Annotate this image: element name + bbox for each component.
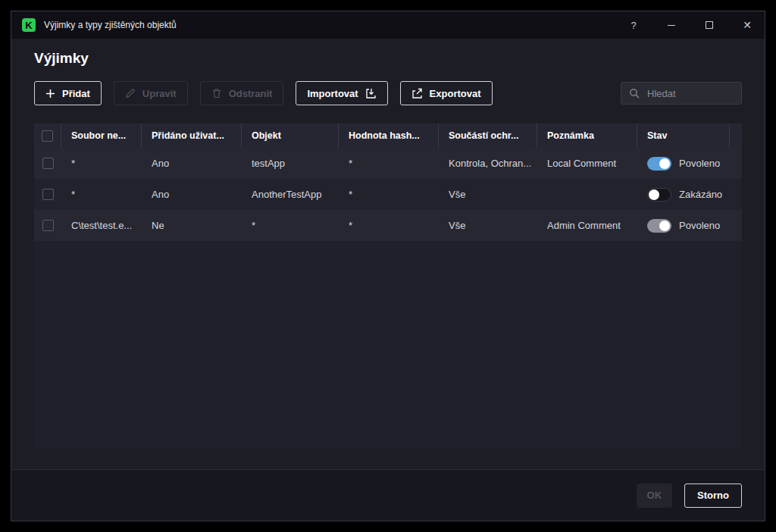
table-empty-area <box>34 241 742 449</box>
exclusions-table: Soubor ne... Přidáno uživat... Objekt Ho… <box>34 124 742 449</box>
delete-button-label: Odstranit <box>229 88 273 99</box>
cell-protection: Vše <box>439 220 537 231</box>
row-checkbox[interactable] <box>42 220 54 231</box>
dialog-footer: OK Storno <box>11 469 765 521</box>
cell-note: Admin Comment <box>537 220 637 231</box>
kaspersky-logo-icon: K <box>22 18 36 32</box>
toolbar: Přidat Upravit Odstranit Importovat Expo… <box>34 81 742 105</box>
add-button-label: Přidat <box>62 88 90 99</box>
cell-protection: Vše <box>439 189 537 200</box>
state-label: Zakázáno <box>679 189 722 200</box>
cell-state: Povoleno <box>637 157 730 171</box>
col-header-file[interactable]: Soubor ne... <box>61 124 142 148</box>
import-button[interactable]: Importovat <box>296 81 387 105</box>
state-toggle[interactable] <box>647 157 671 171</box>
cell-object: * <box>242 220 339 231</box>
cell-added-by-user: Ne <box>142 220 242 231</box>
col-header-object[interactable]: Objekt <box>242 124 339 148</box>
pencil-icon <box>125 88 136 99</box>
table-row[interactable]: C\test\test.e... Ne * * Vše Admin Commen… <box>34 210 742 241</box>
col-header-added-by-user[interactable]: Přidáno uživat... <box>142 124 242 148</box>
cell-object: AnotherTestApp <box>242 189 339 200</box>
cell-object: testApp <box>242 158 339 169</box>
cell-protection: Kontrola, Ochran... <box>439 158 537 169</box>
dialog-window: K Výjimky a typy zjištěných objektů ? ✕ … <box>11 11 765 521</box>
window-title: Výjimky a typy zjištěných objektů <box>44 20 177 30</box>
table-row[interactable]: * Ano testApp * Kontrola, Ochran... Loca… <box>34 148 742 179</box>
export-icon <box>411 88 423 99</box>
cell-hash: * <box>339 220 439 231</box>
content-area: Výjimky Přidat Upravit Odstranit Importo… <box>11 39 765 469</box>
add-button[interactable]: Přidat <box>34 81 102 105</box>
state-label: Povoleno <box>679 158 720 169</box>
import-icon <box>365 88 377 99</box>
col-header-note[interactable]: Poznámka <box>537 124 637 148</box>
row-checkbox[interactable] <box>42 189 54 200</box>
cell-state: Zakázáno <box>637 188 730 202</box>
cell-hash: * <box>339 189 439 200</box>
col-header-state[interactable]: Stav <box>637 124 730 148</box>
col-header-hash[interactable]: Hodnota hash... <box>339 124 439 148</box>
plus-icon <box>45 89 55 99</box>
edit-button[interactable]: Upravit <box>114 81 188 105</box>
row-checkbox[interactable] <box>42 158 54 169</box>
edit-button-label: Upravit <box>142 88 177 99</box>
select-all-checkbox[interactable] <box>42 130 53 142</box>
delete-button[interactable]: Odstranit <box>200 81 284 105</box>
minimize-icon[interactable] <box>666 20 677 30</box>
search-input[interactable] <box>646 87 734 100</box>
search-icon <box>629 88 640 99</box>
export-button-label: Exportovat <box>430 88 481 99</box>
cell-note: Local Comment <box>537 158 637 169</box>
page-title: Výjimky <box>34 50 742 67</box>
trash-icon <box>211 88 222 99</box>
import-button-label: Importovat <box>307 88 358 99</box>
col-header-protection[interactable]: Součástí ochr... <box>439 124 537 148</box>
col-header-spacer <box>730 124 749 148</box>
table-header-row: Soubor ne... Přidáno uživat... Objekt Ho… <box>34 124 742 148</box>
cancel-button[interactable]: Storno <box>684 483 742 508</box>
search-box <box>621 82 742 105</box>
cell-file: * <box>61 158 142 169</box>
export-button[interactable]: Exportovat <box>400 81 493 105</box>
cell-added-by-user: Ano <box>142 158 242 169</box>
table-row[interactable]: * Ano AnotherTestApp * Vše Zakázáno <box>34 179 742 210</box>
state-toggle[interactable] <box>647 188 671 202</box>
state-toggle[interactable] <box>647 219 671 233</box>
titlebar: K Výjimky a typy zjištěných objektů ? ✕ <box>11 11 765 39</box>
cell-file: * <box>61 189 142 200</box>
cell-added-by-user: Ano <box>142 189 242 200</box>
cell-file: C\test\test.e... <box>61 220 142 231</box>
maximize-icon[interactable] <box>704 20 715 30</box>
cell-state: Povoleno <box>637 219 730 233</box>
state-label: Povoleno <box>679 220 720 231</box>
help-icon[interactable]: ? <box>628 20 639 30</box>
close-icon[interactable]: ✕ <box>742 20 753 30</box>
cell-hash: * <box>339 158 439 169</box>
ok-button[interactable]: OK <box>637 483 673 508</box>
